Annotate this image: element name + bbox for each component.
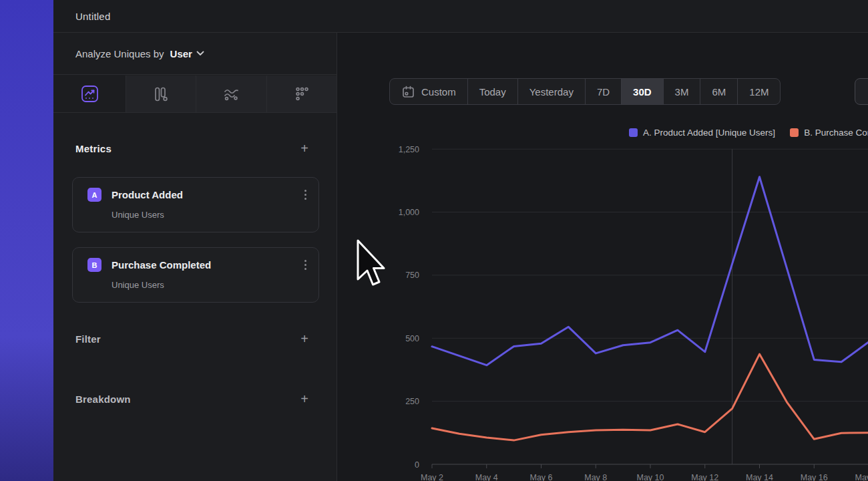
svg-text:500: 500 [405, 334, 419, 343]
range-7d[interactable]: 7D [585, 79, 621, 104]
left-brand-gradient-strip [0, 0, 53, 481]
svg-text:1,250: 1,250 [399, 145, 419, 154]
metrics-title: Metrics [75, 143, 112, 154]
metrics-section-header: Metrics + [75, 142, 308, 155]
range-30d[interactable]: 30D [621, 79, 663, 104]
analyze-uniques-selector[interactable]: Analyze Uniques by User [53, 33, 337, 75]
legend-item-b[interactable]: B. Purchase Completed [Unique Users] [790, 128, 868, 138]
legend-swatch-a [629, 128, 638, 137]
svg-text:750: 750 [405, 271, 419, 280]
series-line-a[interactable] [432, 177, 868, 365]
analyze-value[interactable]: User [170, 48, 192, 59]
funnel-bars-icon [152, 86, 170, 103]
range-today[interactable]: Today [467, 79, 517, 104]
svg-text:May 8: May 8 [584, 473, 607, 481]
range-yesterday[interactable]: Yesterday [517, 79, 585, 104]
report-header: Untitled [53, 0, 868, 33]
series-line-b[interactable] [432, 354, 868, 440]
report-title[interactable]: Untitled [75, 11, 110, 22]
add-metric-button[interactable]: + [300, 142, 308, 155]
analyze-label: Analyze Uniques by [75, 48, 164, 59]
add-breakdown-button[interactable]: + [300, 392, 308, 406]
kebab-menu-icon[interactable] [303, 259, 308, 271]
y-axis-labels: 02505007501,0001,250 [399, 145, 419, 470]
line-chart[interactable]: 02505007501,0001,250May 2May 4May 6May 8… [337, 140, 868, 481]
legend-label-b: B. Purchase Completed [Unique Users] [804, 128, 868, 138]
retention-grid-icon [293, 86, 310, 103]
svg-text:May 12: May 12 [691, 473, 718, 481]
legend-item-a[interactable]: A. Product Added [Unique Users] [629, 128, 775, 138]
kebab-menu-icon[interactable] [303, 188, 308, 201]
metric-name[interactable]: Purchase Completed [112, 259, 211, 271]
date-range-segmented-control: Custom Today Yesterday 7D 30D 3M 6M 12M [389, 78, 781, 105]
query-builder-sidebar: Analyze Uniques by User [53, 33, 337, 481]
range-12m[interactable]: 12M [737, 79, 780, 104]
filter-title: Filter [75, 333, 101, 345]
tab-insights[interactable] [53, 75, 126, 112]
filter-section-header: Filter + [75, 332, 308, 345]
calendar-icon [401, 85, 415, 99]
chart-legend: A. Product Added [Unique Users] B. Purch… [629, 128, 868, 138]
breakdown-section-header: Breakdown + [75, 392, 308, 406]
tab-retention[interactable] [266, 75, 337, 112]
svg-text:0: 0 [415, 460, 419, 470]
metric-card-a[interactable]: A Product Added Unique Users [72, 177, 319, 232]
legend-label-a: A. Product Added [Unique Users] [643, 128, 775, 138]
metric-aggregation[interactable]: Unique Users [112, 210, 164, 220]
metric-name[interactable]: Product Added [112, 189, 183, 200]
svg-text:1,000: 1,000 [399, 208, 419, 217]
svg-text:May 4: May 4 [475, 473, 498, 481]
tab-flows[interactable] [196, 75, 266, 112]
svg-text:May 2: May 2 [421, 473, 443, 481]
svg-text:May 18: May 18 [855, 473, 868, 481]
range-custom[interactable]: Custom [390, 79, 467, 104]
tab-funnels[interactable] [126, 75, 196, 112]
chevron-down-icon [196, 51, 204, 56]
flow-icon [222, 85, 240, 103]
app-window: Untitled Analyze Uniques by User [0, 0, 868, 481]
range-3m[interactable]: 3M [663, 79, 700, 104]
x-axis-labels: May 2May 4May 6May 8May 10May 12May 14Ma… [421, 473, 868, 481]
svg-text:May 6: May 6 [529, 473, 552, 481]
chart-gridlines [432, 149, 868, 401]
svg-text:May 10: May 10 [637, 473, 664, 481]
report-type-tabs [53, 75, 337, 113]
chart-panel: Custom Today Yesterday 7D 30D 3M 6M 12M … [337, 33, 868, 481]
date-range-controls: Custom Today Yesterday 7D 30D 3M 6M 12M … [389, 78, 781, 105]
metric-badge-a: A [87, 188, 101, 202]
insights-line-chart-icon [81, 85, 99, 103]
svg-text:May 16: May 16 [801, 473, 828, 481]
metric-aggregation[interactable]: Unique Users [112, 280, 164, 290]
breakdown-title: Breakdown [75, 393, 131, 405]
metric-card-b[interactable]: B Purchase Completed Unique Users [72, 247, 319, 303]
legend-swatch-b [790, 128, 799, 137]
svg-text:May 14: May 14 [746, 473, 773, 481]
svg-text:250: 250 [405, 397, 419, 406]
add-filter-button[interactable]: + [300, 332, 308, 345]
x-axis [432, 464, 868, 468]
metric-badge-b: B [87, 258, 101, 272]
range-6m[interactable]: 6M [700, 79, 737, 104]
compare-button[interactable]: Compare [855, 78, 868, 105]
